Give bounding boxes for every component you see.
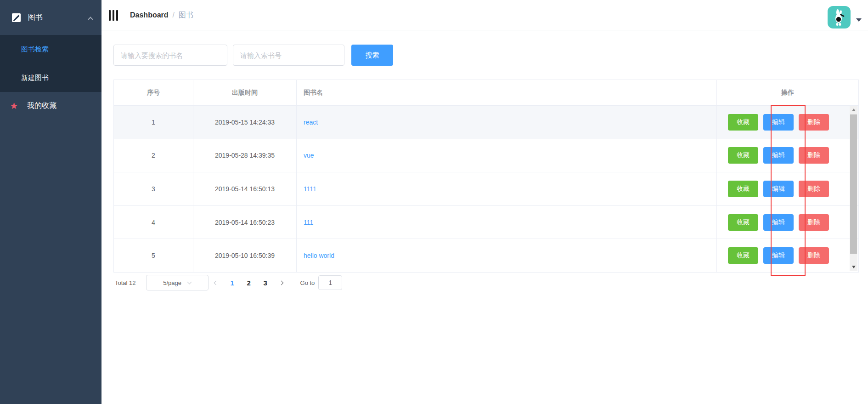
book-title-link[interactable]: 1111 [304,185,316,193]
table-row: 4 2019-05-14 16:50:23 111 收藏 编辑 删除 [114,206,858,239]
cell-title: 1111 [297,172,717,205]
breadcrumb: Dashboard / 图书 [130,0,193,30]
cell-index: 1 [114,106,193,139]
sidebar-menu-books-label: 图书 [28,13,43,23]
table-header-row: 序号 出版时间 图书名 操作 [114,80,858,106]
book-title-link[interactable]: hello world [304,252,334,259]
cell-title: react [297,106,717,139]
breadcrumb-current: 图书 [179,11,193,20]
favorite-button[interactable]: 收藏 [728,247,758,264]
sidebar-item-my-favorites[interactable]: ★ 我的收藏 [0,92,101,119]
next-page-button[interactable] [275,275,288,290]
scrollbar-thumb[interactable] [850,114,857,254]
page-number-1[interactable]: 1 [224,275,241,290]
caret-down-icon[interactable] [856,18,862,22]
breadcrumb-separator: / [173,11,175,19]
avatar[interactable] [828,6,851,28]
cell-title: vue [297,139,717,172]
favorite-button[interactable]: 收藏 [728,147,758,164]
breadcrumb-dashboard[interactable]: Dashboard [130,11,169,19]
table-row: 3 2019-05-14 16:50:13 1111 收藏 编辑 删除 [114,172,858,206]
sidebar-item-book-search[interactable]: 图书检索 [0,35,101,63]
cell-title: hello world [297,239,717,272]
delete-button[interactable]: 删除 [799,181,829,197]
cell-actions: 收藏 编辑 删除 [717,172,858,205]
call-number-search-input[interactable] [233,45,344,66]
cell-index: 3 [114,172,193,205]
table-scrollbar[interactable] [850,106,857,271]
favorite-button[interactable]: 收藏 [728,114,758,131]
star-icon: ★ [10,102,18,110]
page-size-select[interactable]: 5/page [146,275,209,290]
cell-actions: 收藏 编辑 删除 [717,239,858,272]
cell-published: 2019-05-14 16:50:13 [193,172,297,205]
cell-published: 2019-05-28 14:39:35 [193,139,297,172]
delete-button[interactable]: 删除 [799,247,829,264]
table-row: 5 2019-05-10 16:50:39 hello world 收藏 编辑 … [114,239,858,273]
delete-button[interactable]: 删除 [799,147,829,164]
scrollbar-up-arrow[interactable] [850,106,857,114]
chevron-up-icon [88,17,93,22]
sidebar-item-my-favorites-label: 我的收藏 [27,101,56,111]
page-size-value: 5/page [163,279,181,286]
hamburger-icon[interactable] [109,10,120,21]
page-number-3[interactable]: 3 [257,275,274,290]
cell-actions: 收藏 编辑 删除 [717,206,858,239]
table-row: 1 2019-05-15 14:24:33 react 收藏 编辑 删除 [114,106,858,139]
sidebar: 图书 图书检索 新建图书 ★ 我的收藏 [0,0,101,404]
prev-page-button[interactable] [209,275,223,290]
edit-button[interactable]: 编辑 [763,114,794,131]
sidebar-item-book-search-label: 图书检索 [21,45,49,54]
favorite-button[interactable]: 收藏 [728,214,758,231]
header-title: 图书名 [297,80,717,105]
book-title-link[interactable]: 111 [304,219,313,226]
edit-button[interactable]: 编辑 [763,247,794,264]
cell-index: 4 [114,206,193,239]
book-title-link[interactable]: vue [304,152,314,159]
cell-index: 5 [114,239,193,272]
goto-label: Go to [300,279,315,286]
sidebar-submenu: 图书检索 新建图书 [0,35,101,92]
edit-button[interactable]: 编辑 [763,181,794,197]
goto-page-input[interactable] [318,275,342,290]
pagination-total: Total 12 [115,279,136,286]
header-actions: 操作 [717,80,858,105]
topbar: Dashboard / 图书 [101,0,868,30]
edit-button[interactable]: 编辑 [763,147,794,164]
favorite-button[interactable]: 收藏 [728,181,758,197]
book-title-link[interactable]: react [304,119,318,126]
rabbit-avatar-icon [832,9,846,26]
chevron-down-icon [187,279,192,284]
sidebar-menu-books[interactable]: 图书 [0,0,101,35]
sidebar-item-new-book[interactable]: 新建图书 [0,63,101,92]
books-table: 序号 出版时间 图书名 操作 1 2019-05-15 14:24:33 rea… [113,80,859,273]
delete-button[interactable]: 删除 [799,114,829,131]
app-window: 图书 图书检索 新建图书 ★ 我的收藏 Dashboard / 图书 [0,0,868,404]
form-icon [12,13,21,22]
main-content: 搜索 序号 出版时间 图书名 操作 1 2019-05-15 14:24:33 … [101,30,868,404]
table-row: 2 2019-05-28 14:39:35 vue 收藏 编辑 删除 [114,139,858,173]
pagination: Total 12 5/page 1 2 3 Go to [115,274,342,291]
edit-button[interactable]: 编辑 [763,214,794,231]
search-button[interactable]: 搜索 [351,45,393,66]
cell-published: 2019-05-14 16:50:23 [193,206,297,239]
page-number-2[interactable]: 2 [241,275,257,290]
cell-title: 111 [297,206,717,239]
header-published: 出版时间 [193,80,297,105]
header-index: 序号 [114,80,193,105]
scrollbar-down-arrow[interactable] [850,263,857,271]
cell-published: 2019-05-15 14:24:33 [193,106,297,139]
cell-actions: 收藏 编辑 删除 [717,139,858,172]
delete-button[interactable]: 删除 [799,214,829,231]
cell-published: 2019-05-10 16:50:39 [193,239,297,272]
cell-actions: 收藏 编辑 删除 [717,106,858,139]
cell-index: 2 [114,139,193,172]
sidebar-item-new-book-label: 新建图书 [21,74,49,82]
book-name-search-input[interactable] [113,45,227,66]
